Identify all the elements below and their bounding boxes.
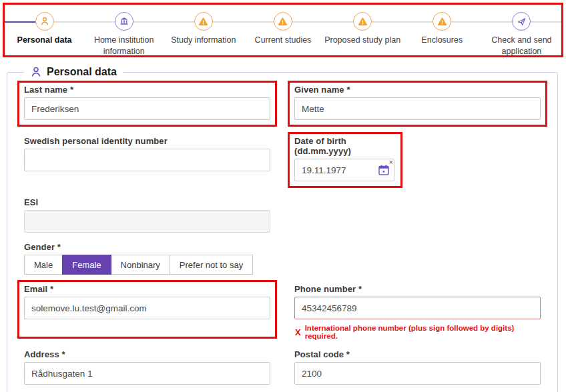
send-icon — [512, 12, 531, 31]
swedish-id-input[interactable] — [24, 149, 270, 171]
section-title: Personal data — [47, 66, 117, 78]
gender-option-male[interactable]: Male — [24, 255, 63, 275]
last-name-label: Last name * — [24, 85, 270, 95]
step-enclosures[interactable]: Enclosures — [402, 12, 482, 57]
phone-field: Phone number * X International phone num… — [288, 280, 547, 340]
phone-input[interactable] — [294, 297, 541, 319]
warning-icon — [194, 12, 213, 31]
given-name-field: Given name * — [288, 81, 547, 127]
step-proposed-study-plan[interactable]: Proposed study plan — [323, 12, 402, 57]
person-icon — [35, 12, 54, 31]
swedish-id-field: Swedish personal identity number — [17, 132, 277, 171]
section-legend: Personal data — [24, 66, 123, 78]
empty-cell — [288, 238, 547, 245]
person-icon — [30, 66, 42, 78]
gender-label: Gender * — [24, 242, 270, 252]
date-of-birth-label: Date of birth (dd.mm.yyyy) — [294, 136, 396, 156]
address-label: Address * — [24, 349, 270, 359]
address-field: Address * — [17, 345, 277, 385]
given-name-input[interactable] — [294, 97, 541, 120]
step-personal-data[interactable]: Personal data — [5, 12, 84, 57]
gender-option-female[interactable]: Female — [62, 255, 111, 275]
last-name-field: Last name * — [17, 81, 277, 127]
step-study-information[interactable]: Study information — [164, 12, 243, 57]
step-check-and-send[interactable]: Check and send application — [482, 12, 561, 57]
bank-icon — [115, 12, 133, 31]
esi-input — [24, 210, 270, 233]
warning-icon — [274, 12, 292, 31]
step-label: Personal data — [17, 35, 72, 46]
phone-label: Phone number * — [294, 284, 541, 294]
warning-icon — [433, 12, 451, 31]
swedish-id-label: Swedish personal identity number — [24, 136, 270, 146]
step-label: Enclosures — [421, 35, 463, 46]
warning-icon — [353, 12, 372, 31]
step-current-studies[interactable]: Current studies — [243, 12, 322, 57]
given-name-label: Given name * — [294, 85, 541, 95]
postal-code-label: Postal code * — [294, 349, 541, 359]
step-label: Study information — [171, 35, 236, 46]
esi-field: ESI — [17, 193, 277, 233]
step-home-institution[interactable]: Home institution information — [84, 12, 164, 57]
email-field: Email * — [17, 280, 277, 339]
step-label: Home institution information — [85, 35, 163, 57]
phone-error: X International phone number (plus sign … — [294, 324, 541, 340]
step-label: Proposed study plan — [324, 35, 400, 46]
esi-label: ESI — [24, 197, 270, 207]
gender-option-prefer-not-to-say[interactable]: Prefer not to say — [170, 255, 253, 275]
gender-field: Gender * Male Female Nonbinary Prefer no… — [17, 238, 277, 275]
gender-option-nonbinary[interactable]: Nonbinary — [111, 255, 170, 275]
address-input[interactable] — [24, 362, 270, 385]
step-label: Check and send application — [483, 35, 560, 57]
error-x-icon: X — [295, 328, 301, 337]
gender-segmented-control: Male Female Nonbinary Prefer not to say — [24, 255, 270, 275]
email-input[interactable] — [24, 297, 270, 319]
application-stepper: Personal data Home institution informati… — [3, 3, 563, 57]
postal-code-field: Postal code * — [288, 345, 547, 385]
personal-data-section: Personal data Last name * Given name * S… — [7, 66, 558, 392]
step-label: Current studies — [255, 35, 312, 46]
email-label: Email * — [24, 284, 270, 294]
calendar-icon[interactable] — [378, 164, 390, 176]
empty-cell — [288, 193, 547, 200]
date-of-birth-field: Date of birth (dd.mm.yyyy) × — [288, 132, 402, 188]
postal-code-input[interactable] — [294, 362, 541, 385]
phone-error-text: International phone number (plus sign fo… — [305, 324, 541, 340]
last-name-input[interactable] — [24, 97, 270, 120]
